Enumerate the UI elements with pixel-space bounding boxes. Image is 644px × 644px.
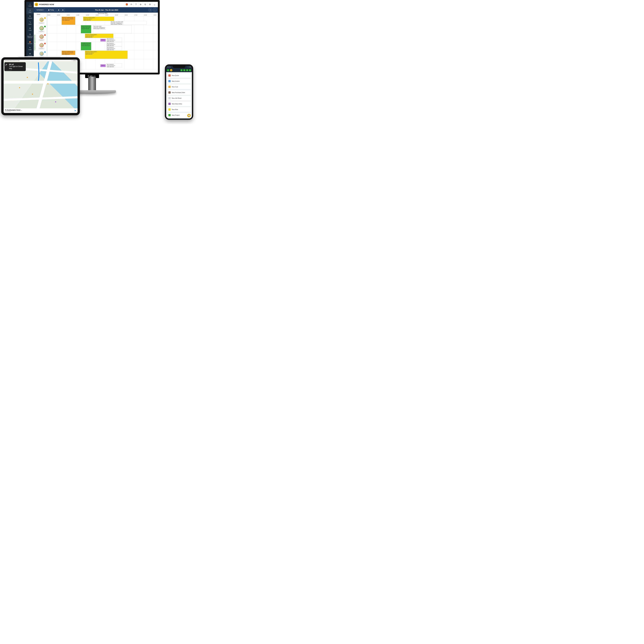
poi-icon	[27, 77, 28, 78]
tablet-device: ◂ Powered Now 14:30 Fri 25 Jan ᯤ 100% ▮ …	[1, 57, 80, 115]
notes-icon: ✎	[29, 47, 31, 49]
event-line: Collect s	[101, 39, 105, 41]
event-white[interactable]: Site ClearancePO32 6TA Unit 110800 368 8…	[106, 38, 122, 42]
event-line: 0800 368 8153	[107, 66, 121, 67]
brand-badge-icon: e	[35, 3, 38, 6]
next-button[interactable]: ▶	[61, 8, 65, 12]
globe-icon[interactable]: ⊕	[183, 69, 185, 71]
event-purple[interactable]: Collect s	[100, 64, 106, 67]
event-line: SO32 6ET 3 Britannia Cl…	[94, 27, 131, 28]
schedule-dropdown[interactable]: Schedule ▾	[35, 8, 46, 12]
phone-menu: +New Quote +New Invoice +New Cost +New P…	[166, 72, 192, 118]
map-view[interactable]: ↱ 90 yd Turn right on Ocean Way To South…	[4, 61, 78, 113]
hour-label: 19:00	[153, 14, 158, 16]
timeline-row: Quote for new workPO304JT 6th HousMarger…	[47, 25, 158, 33]
contacts-icon: ⛺	[29, 41, 31, 43]
nav-projects[interactable]: 🗀Projects	[26, 14, 34, 20]
event-line: Site Clearance	[107, 43, 121, 44]
plus-icon: +	[168, 80, 171, 82]
menu-icon[interactable]: ≡	[167, 69, 169, 71]
event-line: AA1 1AA LITTLE COTT…	[62, 52, 75, 54]
chat-icon[interactable]: ⧉	[143, 2, 148, 7]
destination-bar[interactable]: To Southampton Gener… 1 hr 36 min ➤	[4, 108, 78, 113]
event-line: Margerie Beckett	[81, 28, 91, 29]
monitor-neck	[88, 77, 96, 92]
settings-icon[interactable]: ⚙	[148, 2, 152, 7]
add-button[interactable]: ＋	[148, 8, 152, 12]
prev-button[interactable]: ◀	[57, 8, 60, 12]
nav-diary[interactable]: ▭Diary	[26, 8, 34, 14]
nav-instruction-card: ↱ 90 yd Turn right on Ocean Way	[4, 62, 26, 71]
locate-icon[interactable]: ➤	[74, 109, 76, 112]
resource-row[interactable]: Engineer	[36, 42, 47, 50]
gift-icon[interactable]: 🎁	[124, 2, 129, 7]
nav-label: Home	[28, 5, 32, 7]
nav-reports[interactable]: ◷Reports & Finances	[26, 32, 34, 39]
date-range-title: Thu 25 Jan - Thu 25 Jan 2024	[66, 9, 147, 11]
diary-icon: ▭	[29, 9, 31, 11]
engineer-tag: Engineer	[39, 48, 44, 49]
status-right: ᯤ ▮ 94	[188, 66, 191, 68]
top-icons: 🎁 ⟳ ? ⊕ ⧉ ⚙ ⍶	[124, 2, 157, 7]
event-orange[interactable]: Remove remaining equi…AA1 1AA LITTLE COT…	[62, 51, 75, 55]
new-jobsheet-item[interactable]: +New Job Sheet	[167, 96, 191, 100]
status-dot	[44, 43, 46, 44]
team-button[interactable]: ⛬	[153, 8, 157, 12]
apple-pencil	[19, 56, 61, 57]
brand: e POWERED NOW	[35, 3, 54, 6]
status-dot	[44, 51, 46, 53]
poi-icon	[55, 101, 56, 102]
event-white[interactable]: Site ClearancePO32 6TA Unit 110800 368 8…	[106, 46, 122, 50]
settings-icon[interactable]: ⚙	[189, 69, 191, 71]
menu-label: New Note	[172, 109, 178, 110]
new-invoice-item[interactable]: +New Invoice	[167, 79, 191, 83]
new-cost-item[interactable]: +New Cost	[167, 84, 191, 89]
hour-label: 16:00	[124, 14, 134, 16]
event-line: PO304JT 6th Hous	[81, 27, 91, 28]
resource-row[interactable]: Engineer	[36, 16, 47, 25]
chevron-down-icon: ▾	[43, 9, 44, 11]
new-note-item[interactable]: +New Note	[167, 107, 191, 112]
nav-sales[interactable]: 〽Sales	[26, 20, 34, 26]
controlbar: Schedule ▾ ▦ Today ◀ ▶ Thu 25 Jan - Thu …	[34, 7, 158, 13]
event-orange[interactable]: Remove remaining equi…AA1 1AA LITTLE COT…	[62, 17, 75, 25]
help-icon[interactable]: ?	[134, 2, 138, 7]
event-yellow[interactable]: Remove existing applian…PO32 6TA Unit 11…	[83, 17, 114, 21]
new-quote-item[interactable]: +New Quote	[167, 73, 191, 78]
chat-icon[interactable]: ⧉	[186, 69, 188, 71]
event-line: Remove remaining equi…	[62, 17, 75, 18]
nav-home[interactable]: ⌂Home	[26, 2, 34, 8]
new-diary-item[interactable]: +New Diary Entry	[167, 101, 191, 106]
event-white[interactable]: Site ClearancePO32 6TA Unit 110800 368 8…	[106, 63, 122, 67]
nav-contacts[interactable]: ⛺Contacts	[26, 39, 34, 45]
tablet-screen: ◂ Powered Now 14:30 Fri 25 Jan ᯤ 100% ▮ …	[1, 57, 80, 115]
menu-label: New Cost	[172, 86, 178, 88]
timeline-row: Remove existing applian…PO32 6TA Unit 11…	[47, 33, 158, 42]
globe-icon[interactable]: ⊕	[138, 2, 143, 7]
new-po-item[interactable]: +New Purchase Order	[167, 90, 191, 95]
event-green[interactable]: Complete RenovatiPO381SQ Flat 49Bobby Mo…	[81, 42, 91, 50]
event-yellow[interactable]: Remove existing applian…PO32 6TA Unit 11…	[85, 51, 128, 59]
chat-fab[interactable]: 💬	[187, 114, 191, 117]
user-icon[interactable]: ⍶	[152, 2, 157, 7]
event-white[interactable]: Ben Dyer new boiler installSO32 6ET 3 Br…	[110, 21, 146, 25]
event-white[interactable]: Site ClearancePO32 6TA Unit 110800 368 8…	[106, 42, 122, 46]
event-green[interactable]: Quote for new workPO304JT 6th HousMarger…	[81, 25, 91, 33]
today-button[interactable]: ▦ Today	[47, 8, 56, 12]
sales-icon: 〽	[29, 21, 31, 23]
nav-costs[interactable]: ılıCosts	[26, 26, 34, 32]
nav-label: Reports & Finances	[27, 36, 33, 38]
event-purple[interactable]: Collect s	[100, 39, 106, 41]
refresh-icon[interactable]: ⟳	[129, 2, 134, 7]
nav-notes[interactable]: ✎Notes	[26, 45, 34, 52]
engineer-tag: Engineer	[39, 39, 44, 41]
target-icon[interactable]: ◎	[180, 69, 183, 71]
map-road	[4, 81, 78, 84]
resource-row[interactable]: Engineer	[36, 25, 47, 33]
resource-row[interactable]: Engineer	[36, 33, 47, 42]
hour-label: 12:00	[86, 14, 95, 16]
poi-icon	[32, 94, 33, 95]
phone-device: 11:17 ◂ ᯤ ▮ 94 ≡ e ◎ ⊕ ⧉ ⚙ +New Quote +N…	[165, 64, 193, 120]
event-yellow[interactable]: Remove existing applian…PO32 6TA Unit 11…	[85, 34, 113, 38]
event-white[interactable]: New boiler install.SO32 6ET 3 Britannia …	[93, 25, 132, 33]
